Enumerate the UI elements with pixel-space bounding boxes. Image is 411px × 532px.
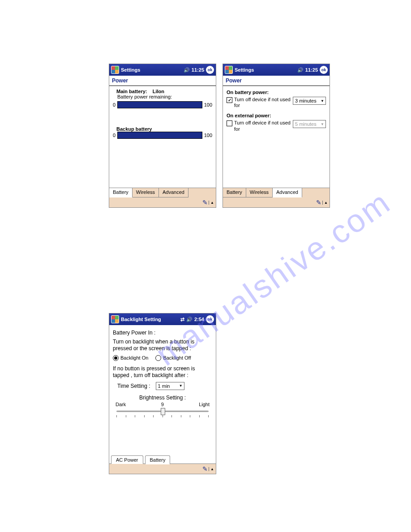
scale-max: 100 <box>204 102 212 107</box>
sip-bar: ✎ ▲ <box>109 197 216 207</box>
titlebar: Backlight Setting 2:54 ok <box>109 313 216 325</box>
brightness-value: 9 <box>161 402 164 407</box>
main-battery-label: Main battery: <box>116 89 147 94</box>
titlebar: Settings 11:25 ok <box>109 64 216 76</box>
time-setting-label: Time Setting : <box>117 383 150 389</box>
start-flag-icon[interactable] <box>111 315 119 323</box>
sip-bar: ✎ ▲ <box>109 464 216 474</box>
backlight-off-label: Backlight Off <box>163 355 191 360</box>
main-battery-type: LiIon <box>153 89 164 94</box>
tab-wireless[interactable]: Wireless <box>133 188 159 197</box>
on-external-checkbox[interactable] <box>227 120 232 126</box>
ok-button[interactable]: ok <box>206 315 214 323</box>
tab-battery[interactable]: Battery <box>109 188 133 197</box>
on-external-check-label: Turn off device if not used for <box>234 120 291 132</box>
ok-button[interactable]: ok <box>206 66 214 74</box>
power-battery-screen: Settings 11:25 ok Power Main battery: Li… <box>109 64 216 208</box>
page-title: Power <box>109 76 216 86</box>
clock-time[interactable]: 11:25 <box>192 67 204 73</box>
main-battery-progress: 0 100 <box>113 101 212 108</box>
tab-battery[interactable]: Battery <box>145 455 171 464</box>
backlight-on-label: Backlight On <box>120 355 148 360</box>
sip-keyboard-icon[interactable]: ✎ <box>202 199 208 206</box>
tab-row: AC Power Battery <box>109 454 216 464</box>
on-battery-check-label: Turn off device if not used for <box>234 97 291 108</box>
tab-row: Battery Wireless Advanced <box>223 188 330 197</box>
sip-bar: ✎ ▲ <box>223 197 330 207</box>
backlight-instruction-1: Turn on backlight when a button is press… <box>113 339 212 352</box>
speaker-icon[interactable] <box>297 67 304 73</box>
sip-keyboard-icon[interactable]: ✎ <box>202 465 208 472</box>
backup-battery-progress: 0 100 <box>113 132 212 139</box>
sip-menu-up-icon[interactable]: ▲ <box>209 201 214 205</box>
main-battery-bar <box>117 101 202 108</box>
connectivity-icon[interactable] <box>180 317 184 322</box>
backlight-on-radio[interactable] <box>113 355 119 361</box>
backlight-off-radio[interactable] <box>155 355 161 361</box>
backlight-instruction-2: If no button is pressed or screen is tap… <box>113 365 212 379</box>
battery-power-in-heading: Battery Power In : <box>113 330 212 337</box>
scale-min: 0 <box>113 102 116 107</box>
titlebar: Settings 11:25 ok <box>223 64 330 76</box>
tab-wireless[interactable]: Wireless <box>246 188 273 197</box>
scale-min: 0 <box>113 133 116 138</box>
backup-battery-label: Backup battery <box>116 126 212 132</box>
clock-time[interactable]: 11:25 <box>305 67 318 73</box>
sip-keyboard-icon[interactable]: ✎ <box>316 199 321 206</box>
titlebar-title: Settings <box>121 67 184 73</box>
tab-advanced[interactable]: Advanced <box>159 188 188 197</box>
remaining-label: Battery power remaining: <box>117 94 212 99</box>
sip-menu-up-icon[interactable]: ▲ <box>322 201 328 205</box>
clock-time[interactable]: 2:54 <box>194 317 204 322</box>
titlebar-title: Backlight Setting <box>121 317 180 322</box>
power-advanced-screen: Settings 11:25 ok Power On battery power… <box>223 64 330 208</box>
backlight-setting-screen: Backlight Setting 2:54 ok Battery Power … <box>109 313 216 474</box>
speaker-icon[interactable] <box>184 67 190 73</box>
backup-battery-bar <box>117 132 202 139</box>
tab-battery[interactable]: Battery <box>223 188 246 197</box>
brightness-setting-label: Brightness Setting : <box>113 395 212 401</box>
on-external-timeout-dropdown: 5 minutes <box>293 120 326 128</box>
time-setting-dropdown[interactable]: 1 min <box>156 382 184 390</box>
tab-advanced[interactable]: Advanced <box>273 188 302 197</box>
on-battery-heading: On battery power: <box>227 90 326 95</box>
titlebar-title: Settings <box>235 67 297 73</box>
sip-menu-up-icon[interactable]: ▲ <box>209 467 214 471</box>
on-external-heading: On external power: <box>227 113 326 118</box>
start-flag-icon[interactable] <box>111 66 119 74</box>
tab-row: Battery Wireless Advanced <box>109 188 216 197</box>
brightness-slider[interactable] <box>116 408 209 421</box>
speaker-icon[interactable] <box>186 317 193 322</box>
brightness-dark-label: Dark <box>116 402 126 407</box>
page-title: Power <box>223 76 330 86</box>
brightness-light-label: Light <box>199 402 210 407</box>
on-battery-checkbox[interactable] <box>227 97 232 103</box>
ok-button[interactable]: ok <box>320 66 328 74</box>
slider-ticks <box>116 415 209 417</box>
slider-thumb[interactable] <box>161 408 165 415</box>
scale-max: 100 <box>204 133 212 138</box>
start-flag-icon[interactable] <box>225 66 233 74</box>
tab-ac-power[interactable]: AC Power <box>111 455 143 464</box>
on-battery-timeout-dropdown[interactable]: 3 minutes <box>293 97 326 105</box>
